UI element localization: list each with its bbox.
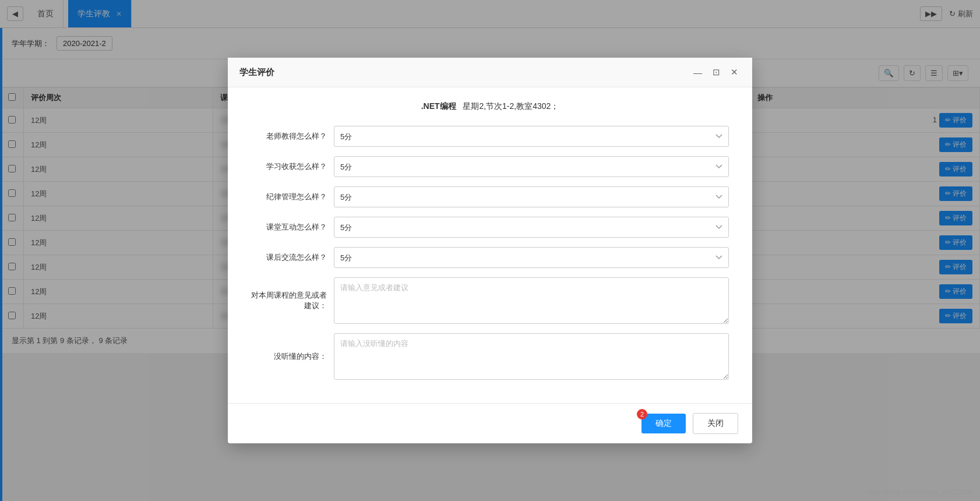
label-teacher-rating: 老师教得怎么样？ [251,131,327,142]
close-modal-button[interactable]: 关闭 [693,413,738,434]
course-detail: 星期2,节次1-2,教室4302； [463,101,559,111]
label-not-understood: 没听懂的内容： [251,351,327,362]
select-afterclass-rating[interactable]: 1分2分3分4分5分 [334,247,729,268]
label-interaction-rating: 课堂互动怎么样？ [251,222,327,232]
form-row-afterclass-rating: 课后交流怎么样？1分2分3分4分5分 [251,247,729,268]
modal: 学生评价 — ⊡ ✕ .NET编程 星期2,节次1-2,教室4302； 老师教得… [228,58,752,443]
label-discipline-rating: 纪律管理怎么样？ [251,192,327,202]
select-discipline-rating[interactable]: 1分2分3分4分5分 [334,186,729,207]
confirm-badge: 2 [637,409,647,419]
modal-maximize-btn[interactable]: ⊡ [710,66,722,79]
modal-course-info: .NET编程 星期2,节次1-2,教室4302； [251,101,729,112]
textarea-not-understood[interactable] [334,333,729,380]
form-row-not-understood: 没听懂的内容： [251,333,729,380]
form-row-interaction-rating: 课堂互动怎么样？1分2分3分4分5分 [251,217,729,238]
confirm-wrapper: 2 确定 [641,414,686,433]
label-learning-rating: 学习收获怎么样？ [251,161,327,172]
modal-minimize-btn[interactable]: — [691,66,704,79]
modal-body: .NET编程 星期2,节次1-2,教室4302； 老师教得怎么样？1分2分3分4… [228,87,752,403]
form-row-discipline-rating: 纪律管理怎么样？1分2分3分4分5分 [251,186,729,207]
select-teacher-rating[interactable]: 1分2分3分4分5分 [334,126,729,147]
course-name: .NET编程 [421,101,456,111]
modal-close-icon-btn[interactable]: ✕ [728,66,741,79]
select-interaction-rating[interactable]: 1分2分3分4分5分 [334,217,729,238]
form-row-learning-rating: 学习收获怎么样？1分2分3分4分5分 [251,156,729,177]
form-row-suggestions: 对本周课程的意见或者建议： [251,277,729,324]
modal-overlay: 学生评价 — ⊡ ✕ .NET编程 星期2,节次1-2,教室4302； 老师教得… [0,0,980,501]
watermark: https://blog.csdn.net/qq_45473330 [866,488,973,496]
modal-footer: 2 确定 关闭 [228,403,752,443]
modal-header-icons: — ⊡ ✕ [691,66,741,79]
label-suggestions: 对本周课程的意见或者建议： [251,290,327,311]
select-learning-rating[interactable]: 1分2分3分4分5分 [334,156,729,177]
textarea-suggestions[interactable] [334,277,729,324]
confirm-button[interactable]: 确定 [641,414,686,433]
modal-header: 学生评价 — ⊡ ✕ [228,58,752,87]
modal-title: 学生评价 [239,67,691,78]
label-afterclass-rating: 课后交流怎么样？ [251,252,327,263]
form-row-teacher-rating: 老师教得怎么样？1分2分3分4分5分 [251,126,729,147]
